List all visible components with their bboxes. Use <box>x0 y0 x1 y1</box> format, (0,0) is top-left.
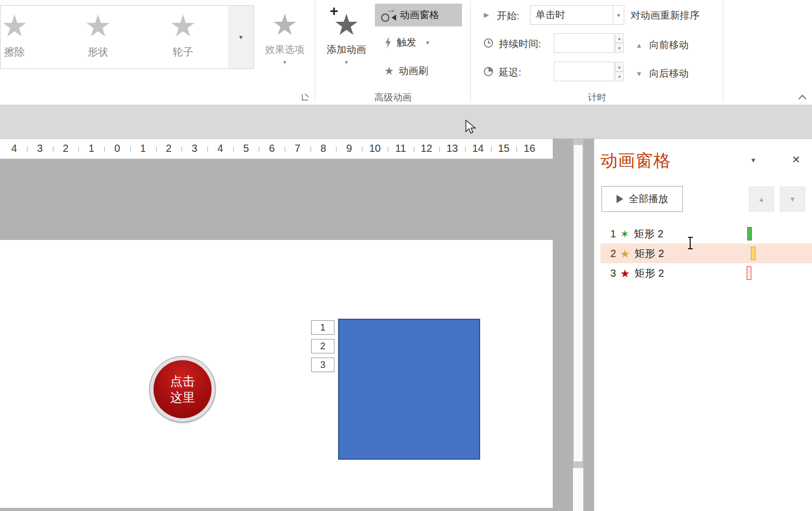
ruler-number: 16 <box>524 143 535 154</box>
timing-bar <box>751 247 755 260</box>
animation-gallery: ★擦除★形状★轮子 <box>0 5 229 69</box>
animation-pane-toggle-button[interactable]: → 动画窗格 <box>375 4 462 26</box>
gallery-item-label: 轮子 <box>141 45 226 59</box>
gallery-animation-3[interactable]: ★轮子 <box>141 7 226 68</box>
add-animation-button[interactable]: ★+ 添加动画 ▾ <box>317 6 375 66</box>
ruler-number: 2 <box>63 143 68 154</box>
animation-painter-button[interactable]: ★ 动画刷 <box>384 62 428 80</box>
start-dropdown[interactable]: 单击时 <box>530 5 613 25</box>
pane-menu-caret[interactable]: ▾ <box>751 155 755 165</box>
play-all-button[interactable]: 全部播放 <box>601 186 683 212</box>
triangle-up-icon: ▲ <box>636 41 642 49</box>
spin-up-icon[interactable]: ▴ <box>615 62 624 72</box>
duration-clock-icon <box>484 38 493 48</box>
animation-order-tag-2[interactable]: 2 <box>311 339 334 353</box>
quick-toolbar: 5.48 厘米 5.48 厘米 ✎ ▾ ☆ ▾ <box>0 105 812 139</box>
ruler-number: 2 <box>166 143 172 154</box>
ruler-tick <box>336 147 337 152</box>
ruler-number: 8 <box>320 143 326 154</box>
ruler-number: 5 <box>243 143 249 154</box>
slide-action-button[interactable]: 点击 这里 <box>149 356 216 422</box>
ruler-number: 0 <box>114 143 120 154</box>
triangle-down-icon: ▼ <box>636 70 642 78</box>
animation-painter-label: 动画刷 <box>399 64 428 78</box>
ruler-tick <box>491 147 492 152</box>
ruler-number: 11 <box>395 143 406 154</box>
trigger-button[interactable]: 触发 ▾ <box>384 33 429 52</box>
ruler-number: 4 <box>11 143 17 154</box>
ibeam-cap <box>688 237 693 238</box>
spin-down-icon[interactable]: ▾ <box>615 72 624 81</box>
gallery-animation-1[interactable]: ★擦除 <box>0 7 57 68</box>
ruler-number: 3 <box>37 143 43 154</box>
scrollbar-bottom-block[interactable] <box>573 468 583 511</box>
animation-order-number: 1 <box>608 228 616 240</box>
ruler-number: 6 <box>269 143 275 154</box>
start-dropdown-caret[interactable]: ▾ <box>613 5 624 25</box>
move-later-label: 向后移动 <box>649 67 689 80</box>
animation-order-tag-3[interactable]: 3 <box>311 358 334 372</box>
text-cursor <box>688 237 693 249</box>
animation-pane-panel: 动画窗格 ▾ ✕ 全部播放 ▲ ▼ 1✶矩形 22★矩形 23★矩形 2 <box>594 139 812 511</box>
animation-item-3[interactable]: 3★矩形 2 <box>600 263 812 283</box>
ruler-tick <box>181 147 182 152</box>
reorder-up-button[interactable]: ▲ <box>749 187 774 211</box>
move-later-button[interactable]: ▼ 向后移动 <box>636 65 689 82</box>
gallery-animation-2[interactable]: ★形状 <box>55 7 141 68</box>
pane-close-button[interactable]: ✕ <box>792 153 801 166</box>
chevron-down-icon: ▾ <box>426 39 429 46</box>
reorder-down-button[interactable]: ▼ <box>780 187 805 211</box>
ruler-number: 4 <box>217 143 223 154</box>
ruler-tick <box>53 147 53 152</box>
clock-hand <box>488 42 491 44</box>
animation-gallery-items: ★擦除★形状★轮子 <box>1 6 228 68</box>
diagonal-arrow-icon <box>305 93 309 97</box>
ruler-tick <box>104 147 105 152</box>
ruler-tick <box>27 147 27 152</box>
collapse-ribbon-icon[interactable] <box>799 95 807 103</box>
play-icon <box>617 195 623 203</box>
vertical-scrollbar-thumb[interactable] <box>573 145 583 462</box>
timing-group-label: 计时 <box>471 91 723 104</box>
blue-rectangle[interactable] <box>338 319 480 460</box>
mouse-cursor <box>465 120 477 137</box>
animation-item-2[interactable]: 2★矩形 2 <box>600 244 812 263</box>
ruler-number: 15 <box>498 143 509 154</box>
ruler: 4321012345678910111213141516 <box>0 139 553 159</box>
delay-spinner[interactable]: ▴ ▾ <box>615 62 624 81</box>
ruler-number: 1 <box>140 143 146 154</box>
animation-pane-title: 动画窗格 <box>600 149 671 173</box>
ruler-tick <box>156 147 157 152</box>
spin-up-icon[interactable]: ▴ <box>615 33 624 43</box>
animation-pane-icon: → <box>381 8 395 22</box>
duration-label: 持续时间: <box>499 37 541 51</box>
delay-field[interactable] <box>554 62 614 81</box>
gallery-item-label: 形状 <box>55 45 141 59</box>
ruler-tick <box>285 147 285 152</box>
effect-options-button[interactable]: ★ 效果选项 ▾ <box>259 6 311 66</box>
animation-item-1[interactable]: 1✶矩形 2 <box>600 224 812 244</box>
animation-order-tag-1[interactable]: 1 <box>311 320 334 335</box>
ruler-tick <box>207 147 208 152</box>
action-button-face: 点击 这里 <box>153 360 212 418</box>
move-earlier-button[interactable]: ▲ 向前移动 <box>636 36 689 54</box>
animation-order-number: 2 <box>608 248 616 260</box>
advanced-animation-group-label: 高级动画 <box>315 91 471 104</box>
animation-star-icon: ★ <box>0 7 57 45</box>
duration-field[interactable] <box>554 33 614 53</box>
group-divider <box>723 2 723 102</box>
ruler-tick <box>233 147 234 152</box>
duration-spinner[interactable]: ▴ ▾ <box>615 33 624 53</box>
ruler-tick <box>259 147 259 152</box>
ruler-tick <box>516 147 517 152</box>
play-all-label: 全部播放 <box>629 192 668 206</box>
chevron-down-icon: ▾ <box>751 155 755 164</box>
gallery-more-button[interactable]: ▾ <box>228 5 254 69</box>
spin-down-icon[interactable]: ▾ <box>615 43 624 53</box>
entrance-star-icon: ✶ <box>620 229 629 239</box>
ruler-number: 10 <box>369 143 381 154</box>
dialog-launcher-icon[interactable] <box>302 94 308 101</box>
clock-icon <box>381 13 389 22</box>
animation-target-name: 矩形 2 <box>634 227 664 241</box>
wedge-icon <box>391 15 396 21</box>
